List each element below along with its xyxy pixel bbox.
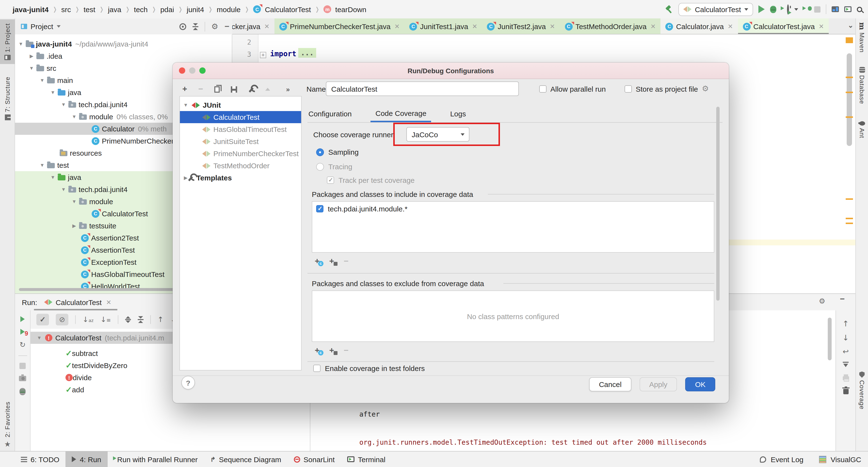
close-icon[interactable]: ✕ bbox=[819, 23, 824, 30]
sidebar-item-maven[interactable]: m Maven bbox=[856, 22, 868, 53]
close-icon[interactable]: ✕ bbox=[106, 299, 111, 306]
profiler-dropdown-icon[interactable] bbox=[794, 8, 798, 10]
expander-open-icon[interactable] bbox=[39, 77, 45, 83]
editor-tab[interactable]: hecker.java ✕ bbox=[232, 19, 275, 34]
expander-open-icon[interactable] bbox=[36, 335, 42, 340]
minimize-window-button[interactable] bbox=[189, 67, 195, 74]
add-package-icon[interactable]: + bbox=[329, 258, 334, 264]
scroll-to-end-icon[interactable] bbox=[843, 362, 848, 368]
tree-row[interactable]: module 0% classes, 0% bbox=[71, 111, 168, 123]
toolwindow-button-todo[interactable]: 6: TODO bbox=[14, 451, 66, 467]
dialog-scrollbar-thumb[interactable] bbox=[716, 107, 720, 301]
editor-tab-bar[interactable]: hecker.java ✕ PrimeNumberCheckerTest.jav… bbox=[232, 19, 856, 34]
cancel-button[interactable]: Cancel bbox=[589, 377, 631, 391]
collapse-all-icon[interactable] bbox=[192, 23, 198, 30]
save-configuration-icon[interactable] bbox=[231, 86, 237, 92]
breadcrumb-item[interactable]: java-junit4 bbox=[12, 5, 49, 13]
radio-selected[interactable] bbox=[316, 148, 324, 156]
expander-open-icon[interactable] bbox=[71, 199, 77, 204]
test-row[interactable]: add bbox=[65, 383, 84, 396]
breadcrumb-item[interactable]: java bbox=[108, 5, 121, 13]
help-button[interactable]: ? bbox=[181, 376, 195, 390]
toolwindow-button-sequence-diagram[interactable]: ↱ Sequence Diagram bbox=[204, 451, 287, 467]
expander-closed-icon[interactable] bbox=[183, 175, 189, 180]
close-icon[interactable]: ✕ bbox=[395, 23, 400, 30]
hide-panel-icon[interactable]: − bbox=[224, 23, 229, 30]
close-window-button[interactable] bbox=[179, 67, 185, 74]
up-stacktrace-icon[interactable]: ↑ bbox=[842, 320, 849, 328]
sidebar-item-project[interactable]: 1: Project bbox=[0, 20, 15, 64]
config-item[interactable]: HasGlobalTimeoutTest bbox=[180, 123, 301, 135]
config-item-selected[interactable]: CalculatorTest bbox=[180, 111, 301, 123]
config-item[interactable]: PrimeNumberCheckerTest bbox=[180, 148, 301, 160]
kill-process-icon[interactable] bbox=[20, 388, 26, 395]
breadcrumb-item[interactable]: tearDown bbox=[335, 5, 366, 13]
editor-scrollbar[interactable] bbox=[846, 34, 854, 310]
tree-row-project-root[interactable]: java-junit4 ~/pdai/www/java-junit4 bbox=[18, 38, 148, 50]
breadcrumb-item[interactable]: junit4 bbox=[187, 5, 204, 13]
sampling-radio[interactable]: Sampling bbox=[316, 148, 359, 156]
breadcrumb-item[interactable]: pdai bbox=[160, 5, 174, 13]
sidebar-item-ant[interactable]: Ant bbox=[856, 121, 868, 138]
tree-row[interactable]: CalculatorTest bbox=[92, 208, 148, 220]
copy-configuration-icon[interactable] bbox=[214, 86, 220, 92]
clear-console-icon[interactable] bbox=[843, 389, 848, 394]
test-row[interactable]: testDivideByZero bbox=[65, 359, 127, 371]
toolwindow-button-sonarlint[interactable]: SonarLint bbox=[287, 451, 341, 467]
close-icon[interactable]: ✕ bbox=[550, 23, 555, 30]
toolwindow-button-parallel-runner[interactable]: Run with Parallel Runner bbox=[107, 451, 204, 467]
run-anything-icon[interactable] bbox=[844, 6, 851, 12]
add-package-icon[interactable]: + bbox=[329, 348, 334, 353]
editor-tab[interactable]: TestMethodOrder.java ✕ bbox=[560, 19, 660, 34]
tree-row[interactable]: HasGlobalTimeoutTest bbox=[81, 268, 164, 280]
tree-row[interactable]: module bbox=[71, 195, 113, 208]
tree-row[interactable]: testsuite bbox=[71, 220, 116, 232]
rerun-failed-tests-icon[interactable] bbox=[20, 329, 25, 335]
expander-open-icon[interactable] bbox=[71, 114, 77, 119]
breadcrumb-item[interactable]: module bbox=[217, 5, 241, 13]
search-everywhere-icon[interactable] bbox=[857, 6, 862, 12]
sidebar-item-database[interactable]: Database bbox=[856, 67, 868, 104]
store-settings-gear-icon[interactable]: ⚙ bbox=[702, 85, 709, 93]
name-input[interactable] bbox=[326, 82, 519, 96]
locate-file-icon[interactable] bbox=[179, 23, 186, 30]
config-group-templates[interactable]: Templates bbox=[180, 172, 301, 184]
close-icon[interactable]: ✕ bbox=[727, 23, 733, 30]
test-root-row[interactable]: CalculatorTest (tech.pdai.junit4.m bbox=[36, 332, 164, 344]
exclude-patterns-list[interactable]: No class patterns configured bbox=[312, 290, 714, 342]
include-patterns-list[interactable]: tech.pdai.junit4.module.* bbox=[312, 201, 714, 253]
fold-marker[interactable]: + bbox=[260, 52, 266, 58]
checkbox-unchecked[interactable] bbox=[313, 365, 320, 372]
ok-button[interactable]: OK bbox=[685, 377, 715, 391]
tree-row[interactable]: src bbox=[29, 62, 56, 74]
edit-templates-icon[interactable] bbox=[249, 87, 254, 93]
previous-failed-icon[interactable]: ↑ bbox=[157, 316, 163, 323]
expander-open-icon[interactable] bbox=[39, 162, 45, 168]
expander-closed-icon[interactable] bbox=[71, 223, 77, 228]
close-icon[interactable]: ✕ bbox=[264, 23, 270, 30]
project-panel-header[interactable]: Project ⚙ − bbox=[15, 19, 232, 34]
expander-open-icon[interactable] bbox=[50, 175, 56, 180]
visualgc-button[interactable]: VisualGC bbox=[831, 455, 861, 463]
tree-row[interactable]: test bbox=[39, 159, 69, 171]
tab-list-chevron-icon[interactable]: ⌄ bbox=[848, 21, 854, 29]
chevron-down-icon[interactable] bbox=[57, 25, 60, 28]
tree-row[interactable]: AssertionTest bbox=[81, 244, 135, 256]
editor-tab[interactable]: Calculator.java ✕ bbox=[660, 19, 738, 34]
checkbox-checked[interactable] bbox=[316, 205, 323, 212]
close-icon[interactable]: ✕ bbox=[472, 23, 477, 30]
tree-row[interactable]: ExceptionTest bbox=[81, 256, 136, 268]
gear-icon[interactable]: ⚙ bbox=[819, 298, 825, 305]
expander-closed-icon[interactable] bbox=[29, 53, 34, 59]
debug-button[interactable] bbox=[770, 6, 776, 13]
configurations-tree[interactable]: JUnit CalculatorTest HasGlobalTimeoutTes… bbox=[179, 96, 302, 371]
sort-alphabetically-icon[interactable]: ↓az bbox=[83, 316, 94, 323]
editor-tab[interactable]: PrimeNumberCheckerTest.java ✕ bbox=[275, 19, 405, 34]
enable-coverage-test-folders-checkbox[interactable]: Enable coverage in test folders bbox=[313, 364, 425, 372]
editor-tab-selected[interactable]: CalculatorTest.java ✕ bbox=[738, 19, 829, 34]
tab-code-coverage[interactable]: Code Coverage bbox=[370, 105, 431, 122]
tool-windows-icon[interactable] bbox=[832, 6, 839, 12]
test-row[interactable]: subtract bbox=[65, 347, 98, 359]
build-project-icon[interactable] bbox=[665, 5, 673, 13]
tree-row[interactable]: tech.pdai.junit4 bbox=[61, 98, 127, 111]
